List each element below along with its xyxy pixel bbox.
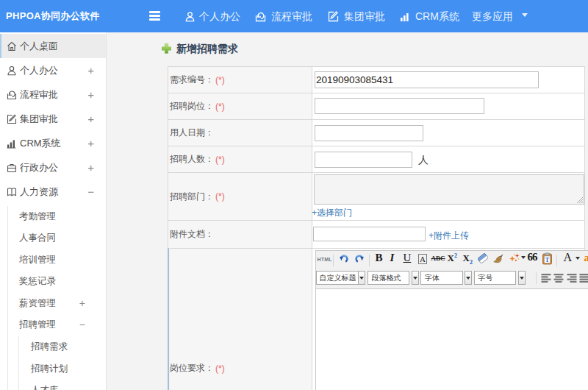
svg-text:T: T <box>545 256 549 263</box>
